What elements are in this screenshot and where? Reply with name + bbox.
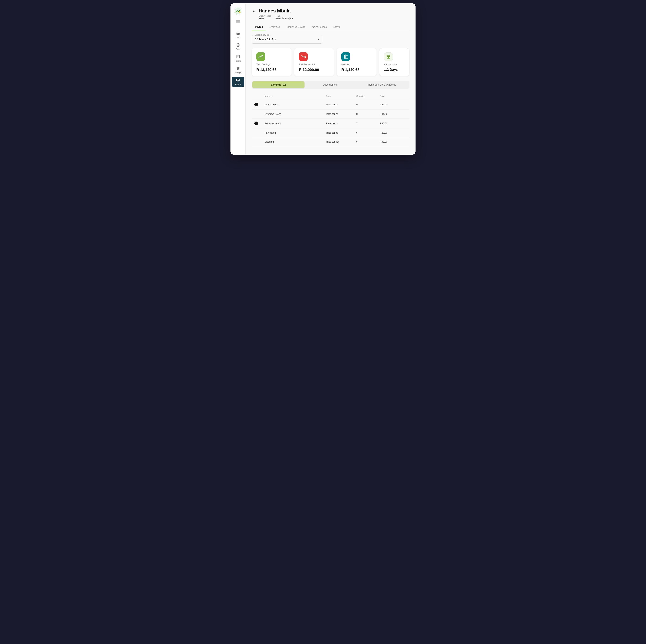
sidebar-item-manage-label: Manage: [235, 72, 241, 74]
employee-number-label: Employee No.: [259, 15, 272, 17]
row-quantity: 6: [356, 131, 380, 134]
row-quantity: 5: [356, 140, 380, 143]
col-rate: Rate: [380, 95, 407, 98]
svg-rect-20: [387, 55, 390, 59]
employee-meta: Employee No. E008 Team Pretoria Project: [259, 15, 293, 20]
row-quantity: 9: [356, 103, 380, 106]
sidebar-item-data[interactable]: Data: [232, 41, 244, 52]
name-col-label: Name: [264, 95, 271, 97]
row-rate: R38.00: [380, 122, 407, 125]
col-type: Type: [326, 95, 356, 98]
row-type: Rate per qty: [326, 140, 356, 143]
row-name: Overtime Hours: [264, 113, 326, 115]
tab-leave[interactable]: Leave: [330, 24, 343, 30]
earnings-icon: [256, 52, 265, 61]
pay-run-label: Select a pay run: [254, 34, 271, 36]
table-header: Name ↓ Type Quantity Rate: [252, 94, 410, 99]
table-row: Harvesting Rate per kg 6 R20.00: [252, 128, 410, 137]
team-label: Team: [276, 15, 293, 17]
employee-number-group: Employee No. E008: [259, 15, 272, 20]
table-row: Overtime Hours Rate per hr 8 R34.00: [252, 110, 410, 119]
row-rate: R20.00: [380, 131, 407, 134]
chart-icon: [236, 55, 240, 59]
bank-icon: [341, 52, 350, 61]
deductions-value: R 12,000.00: [299, 68, 329, 72]
sidebar-item-data-label: Data: [236, 48, 240, 50]
row-name: Harvesting: [264, 131, 326, 134]
sidebar-item-reports[interactable]: Reports: [232, 53, 244, 63]
tab-employee-details[interactable]: Employee Details: [283, 24, 308, 30]
row-name: Normal Hours: [264, 103, 326, 106]
header-info: Hannes Mbula Employee No. E008 Team Pret…: [259, 8, 293, 20]
stat-card-deductions: Total Deductions R 12,000.00: [294, 48, 334, 76]
app-container: Dash Data: [230, 3, 416, 155]
svg-point-10: [237, 69, 238, 70]
sidebar-item-payroll[interactable]: Payroll: [232, 77, 244, 87]
seg-tab-earnings[interactable]: Earnings (10): [252, 81, 305, 88]
earnings-value: R 13,140.68: [256, 68, 287, 72]
tab-overrides[interactable]: Overrides: [266, 24, 283, 30]
deductions-label: Total Deductions: [299, 63, 329, 66]
stat-card-annual-leave: Annual leave 1.2 Days: [379, 48, 410, 76]
col-name: Name ↓: [264, 95, 326, 98]
back-button[interactable]: [252, 9, 257, 14]
table-row: ! Normal Hours Rate per hr 9 R27.00: [252, 100, 410, 110]
home-icon: [236, 31, 240, 36]
warning-indicator: !: [254, 103, 264, 106]
table-section: Name ↓ Type Quantity Rate ! Normal Hours…: [252, 94, 410, 146]
employee-number-value: E008: [259, 17, 272, 20]
col-indicator: [254, 95, 264, 98]
sidebar-logo: [234, 7, 242, 15]
table-row: Cleaning Rate per qty 5 R50.00: [252, 137, 410, 146]
team-value: Pretoria Project: [276, 17, 293, 20]
row-type: Rate per hr: [326, 122, 356, 125]
svg-rect-24: [388, 57, 389, 58]
row-type: Rate per hr: [326, 113, 356, 115]
svg-point-8: [237, 67, 238, 68]
row-rate: R34.00: [380, 113, 407, 115]
net-value: R 1,140.68: [341, 68, 372, 72]
seg-tab-benefits[interactable]: Benefits & Contributions (2): [357, 81, 409, 88]
earnings-label: Total Earnings: [256, 63, 287, 66]
stat-card-earnings: Total Earnings R 13,140.68: [252, 48, 292, 76]
team-group: Team Pretoria Project: [276, 15, 293, 20]
sidebar-item-reports-label: Reports: [235, 60, 241, 62]
tab-payroll[interactable]: Payroll: [252, 24, 266, 30]
annual-leave-label: Annual leave: [384, 63, 405, 66]
row-name: Cleaning: [264, 140, 326, 143]
annual-leave-value: 1.2 Days: [384, 68, 405, 72]
row-type: Rate per hr: [326, 103, 356, 106]
row-rate: R50.00: [380, 140, 407, 143]
sidebar-item-manage[interactable]: Manage: [232, 65, 244, 75]
pay-run-wrapper: Select a pay run 30 Mar - 12 Apr 16 Mar …: [252, 35, 322, 43]
pay-run-section: Select a pay run 30 Mar - 12 Apr 16 Mar …: [252, 35, 410, 43]
sidebar-item-dash[interactable]: Dash: [232, 30, 244, 40]
stat-card-net: Net total R 1,140.68: [337, 48, 376, 76]
sliders-icon: [236, 67, 240, 71]
tab-active-periods[interactable]: Active Periods: [308, 24, 330, 30]
pay-run-select[interactable]: 30 Mar - 12 Apr 16 Mar - 29 Mar 2 Mar - …: [252, 35, 322, 43]
hamburger-menu[interactable]: [235, 19, 241, 24]
sidebar: Dash Data: [230, 3, 246, 155]
col-quantity: Quantity: [356, 95, 380, 98]
svg-point-9: [238, 68, 239, 69]
net-label: Net total: [341, 63, 372, 66]
row-rate: R27.00: [380, 103, 407, 106]
row-name: Saturday Hours: [264, 122, 326, 125]
row-type: Rate per kg: [326, 131, 356, 134]
calendar-icon: [384, 52, 393, 61]
stats-row: Total Earnings R 13,140.68 Total Deducti…: [252, 48, 410, 76]
sort-arrow-icon[interactable]: ↓: [272, 95, 273, 98]
row-quantity: 7: [356, 122, 380, 125]
svg-marker-19: [344, 54, 347, 55]
warning-icon: !: [254, 103, 258, 106]
svg-point-12: [237, 80, 238, 81]
sidebar-item-dash-label: Dash: [236, 36, 240, 38]
segment-tabs: Earnings (10) Deductions (6) Benefits & …: [252, 81, 410, 89]
page-header: Hannes Mbula Employee No. E008 Team Pret…: [252, 8, 410, 20]
deductions-icon: [299, 52, 308, 61]
seg-tab-deductions[interactable]: Deductions (6): [305, 81, 357, 88]
table-row: ! Saturday Hours Rate per hr 7 R38.00: [252, 119, 410, 128]
main-content: Hannes Mbula Employee No. E008 Team Pret…: [246, 3, 416, 155]
nav-items: Dash Data: [230, 30, 245, 87]
